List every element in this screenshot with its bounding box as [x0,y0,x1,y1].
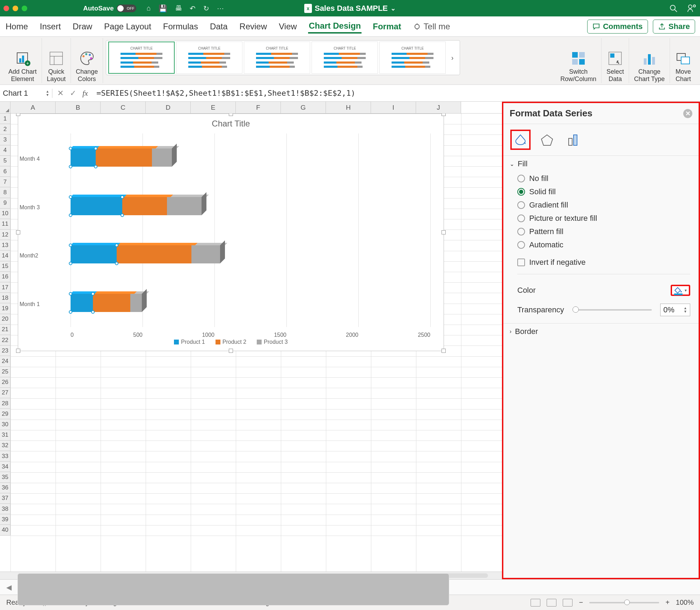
col-C[interactable]: C [101,102,146,113]
chart-style-4[interactable]: CHART TITLE [312,42,378,74]
chart-handle[interactable] [16,114,20,116]
row-10[interactable]: 10 [0,209,10,219]
chart-handle[interactable] [16,349,20,353]
bar-Month 3[interactable] [71,197,202,215]
row-9[interactable]: 9 [0,198,10,209]
picture-fill-radio[interactable]: Picture or texture fill [517,214,690,223]
tab-page-layout[interactable]: Page Layout [103,20,152,33]
solid-fill-radio[interactable]: Solid fill [517,187,690,196]
tab-data[interactable]: Data [209,20,228,33]
select-data[interactable]: Select Data [601,38,629,83]
bar-Month2[interactable] [71,245,220,263]
row-11[interactable]: 11 [0,219,10,230]
row-23[interactable]: 23 [0,346,10,356]
quick-layout[interactable]: Quick Layout [42,38,71,83]
row-15[interactable]: 15 [0,261,10,272]
gallery-more[interactable]: › [447,54,458,62]
autosave-toggle[interactable]: AutoSave OFF [83,5,136,12]
more-icon[interactable]: ⋯ [217,4,224,13]
comments-button[interactable]: Comments [587,20,648,34]
autosave-switch[interactable]: OFF [117,5,136,12]
chart-handle[interactable] [16,230,20,234]
row-30[interactable]: 30 [0,419,10,430]
grid[interactable]: 1234567891011121314151617181920212223242… [0,114,502,572]
row-4[interactable]: 4 [0,145,10,156]
tab-chart-design[interactable]: Chart Design [308,20,362,34]
row-20[interactable]: 20 [0,314,10,325]
row-21[interactable]: 21 [0,325,10,335]
row-2[interactable]: 2 [0,124,10,135]
row-3[interactable]: 3 [0,135,10,145]
gradient-fill-radio[interactable]: Gradient fill [517,201,690,210]
row-1[interactable]: 1 [0,114,10,124]
search-icon[interactable] [669,4,678,13]
col-G[interactable]: G [281,102,326,113]
minimize-window[interactable] [13,6,18,11]
formula-input[interactable]: =SERIES(Sheet1!$A$2,Sheet1!$B$1:$E$1,She… [93,89,700,97]
normal-view-button[interactable] [531,599,540,607]
add-chart-element[interactable]: + Add Chart Element [3,38,42,83]
col-J[interactable]: J [416,102,461,113]
zoom-in[interactable]: + [665,598,670,607]
chart-handle[interactable] [229,114,233,116]
redo-icon[interactable]: ↻ [203,4,209,13]
tab-formulas[interactable]: Formulas [162,20,199,33]
zoom-level[interactable]: 100% [676,598,694,607]
chart-style-5[interactable]: CHART TITLE [379,42,446,74]
col-H[interactable]: H [326,102,371,113]
row-12[interactable]: 12 [0,230,10,240]
row-24[interactable]: 24 [0,356,10,366]
row-37[interactable]: 37 [0,493,10,504]
page-break-view-button[interactable] [563,599,573,607]
tab-home[interactable]: Home [5,20,29,33]
invert-if-negative-checkbox[interactable]: Invert if negative [517,258,690,267]
col-E[interactable]: E [191,102,236,113]
series-options-tab[interactable] [563,130,584,150]
no-fill-radio[interactable]: No fill [517,174,690,183]
home-icon[interactable]: ⌂ [147,4,151,13]
tab-draw[interactable]: Draw [72,20,93,33]
select-all-corner[interactable] [0,102,10,113]
close-pane-icon[interactable]: ✕ [683,109,692,118]
col-D[interactable]: D [146,102,191,113]
chart-handle[interactable] [229,349,233,353]
zoom-out[interactable]: − [579,598,583,607]
col-B[interactable]: B [56,102,101,113]
horizontal-scrollbar[interactable] [0,572,502,579]
name-box[interactable]: Chart 1 ▲▼ [0,89,52,98]
page-layout-view-button[interactable] [547,599,556,607]
row-36[interactable]: 36 [0,483,10,493]
save-icon[interactable]: 💾 [159,4,167,13]
account-icon[interactable] [687,4,697,13]
col-I[interactable]: I [371,102,416,113]
col-A[interactable]: A [10,102,56,113]
row-40[interactable]: 40 [0,525,10,535]
chart-handle[interactable] [442,230,446,234]
tab-review[interactable]: Review [239,20,268,33]
accept-formula-icon[interactable]: ✓ [70,89,76,98]
change-chart-type[interactable]: Change Chart Type [629,38,670,83]
chart-style-2[interactable]: CHART TITLE [176,42,242,74]
row-14[interactable]: 14 [0,250,10,261]
share-button[interactable]: Share [653,20,695,34]
row-32[interactable]: 32 [0,441,10,451]
fill-section-header[interactable]: ⌄Fill [503,156,699,172]
chart-object[interactable]: Chart Title Month 4Month 3Month2Month 10… [18,114,444,351]
worksheet[interactable]: A B C D E F G H I J 12345678910111213141… [0,102,502,579]
bar-Month 1[interactable] [71,294,142,312]
chart-handle[interactable] [442,349,446,353]
chevron-down-icon[interactable]: ⌄ [391,5,396,12]
row-25[interactable]: 25 [0,367,10,377]
transparency-input[interactable]: 0%▲▼ [660,304,690,316]
row-18[interactable]: 18 [0,293,10,303]
col-F[interactable]: F [236,102,281,113]
fx-icon[interactable]: fx [82,89,88,98]
row-13[interactable]: 13 [0,240,10,250]
change-colors[interactable]: Change Colors [71,38,103,83]
transparency-slider[interactable] [573,309,652,311]
row-31[interactable]: 31 [0,430,10,441]
row-26[interactable]: 26 [0,377,10,388]
chart-style-gallery[interactable]: CHART TITLE CHART TITLE CHART TITLE CHAR… [106,40,460,75]
tab-insert[interactable]: Insert [39,20,61,33]
chart-handle[interactable] [442,114,446,116]
